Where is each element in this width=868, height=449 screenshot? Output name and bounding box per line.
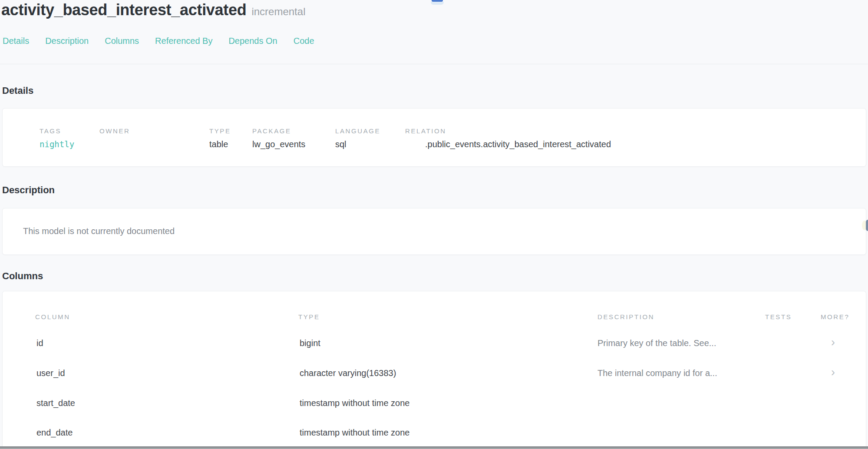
column-name: start_date — [36, 398, 75, 408]
tag-nightly[interactable]: nightly — [40, 139, 74, 149]
tags-label: TAGS — [40, 127, 61, 135]
column-header-type: TYPE — [298, 313, 320, 320]
tab-details[interactable]: Details — [3, 36, 29, 46]
model-docs-page: activity_based_interest_activatedincreme… — [0, 0, 868, 449]
column-header-description: DESCRIPTION — [597, 313, 654, 320]
column-name: end_date — [36, 428, 73, 438]
page-title: activity_based_interest_activated — [1, 1, 246, 19]
type-value: table — [209, 139, 228, 149]
columns-card: COLUMN TYPE DESCRIPTION TESTS MORE? id b… — [2, 291, 866, 449]
column-type: bigint — [300, 338, 320, 348]
tab-referenced-by[interactable]: Referenced By — [155, 36, 212, 46]
column-header-tests: TESTS — [765, 313, 792, 320]
table-row-id[interactable]: id bigint Primary key of the table. See.… — [3, 333, 866, 354]
tab-columns[interactable]: Columns — [105, 36, 139, 46]
table-row-end-date[interactable]: end_date timestamp without time zone — [3, 423, 866, 443]
type-label: TYPE — [209, 127, 231, 135]
language-label: LANGUAGE — [335, 127, 380, 135]
relation-value: .public_events.activity_based_interest_a… — [425, 139, 611, 149]
relation-label: RELATION — [405, 127, 446, 135]
column-description: The internal company id for a... — [597, 368, 717, 378]
column-type: timestamp without time zone — [300, 428, 409, 438]
tab-code[interactable]: Code — [294, 36, 314, 46]
language-value: sql — [335, 139, 347, 149]
model-tabs: Details Description Columns Referenced B… — [3, 36, 314, 46]
materialization-badge: incremental — [251, 6, 305, 17]
tab-description[interactable]: Description — [45, 36, 89, 46]
column-type: character varying(16383) — [300, 368, 396, 378]
clipped-edit-button[interactable] — [862, 219, 868, 231]
chevron-right-icon[interactable]: › — [831, 336, 835, 349]
package-label: PACKAGE — [252, 127, 291, 135]
table-row-start-date[interactable]: start_date timestamp without time zone — [3, 393, 866, 414]
description-placeholder-text: This model is not currently documented — [23, 226, 175, 236]
tab-depends-on[interactable]: Depends On — [228, 36, 277, 46]
column-header-column: COLUMN — [35, 313, 70, 320]
table-row-user-id[interactable]: user_id character varying(16383) The int… — [3, 363, 866, 384]
package-value: lw_go_events — [252, 139, 305, 149]
window-edge — [0, 446, 868, 449]
page-header: activity_based_interest_activatedincreme… — [1, 1, 305, 19]
column-description: Primary key of the table. See... — [597, 338, 716, 348]
chevron-right-icon[interactable]: › — [831, 366, 835, 379]
description-section-heading: Description — [2, 185, 55, 196]
clipped-blue-element-halo — [431, 2, 444, 5]
description-card: This model is not currently documented — [2, 208, 866, 255]
columns-section-heading: Columns — [2, 271, 43, 282]
owner-label: OWNER — [99, 127, 130, 135]
clipped-edit-button-body — [866, 220, 868, 231]
header-divider — [0, 64, 868, 64]
column-type: timestamp without time zone — [300, 398, 409, 408]
details-card: TAGS nightly OWNER TYPE table PACKAGE lw… — [2, 108, 866, 167]
column-name: user_id — [36, 368, 65, 378]
details-section-heading: Details — [2, 85, 33, 96]
column-name: id — [36, 338, 43, 348]
column-header-more: MORE? — [821, 313, 849, 320]
